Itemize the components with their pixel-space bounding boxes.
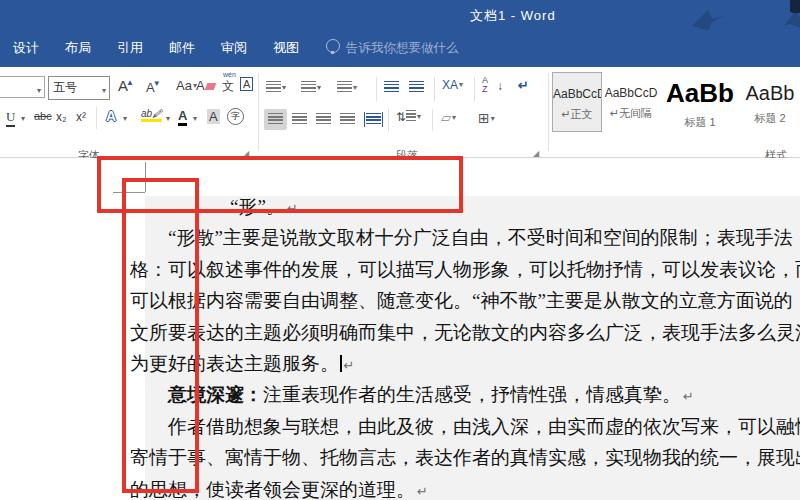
eraser-icon	[204, 83, 216, 90]
text-line-5[interactable]: 文所要表达的主题必须明确而集中，无论散文的内容多么广泛，表现手法多么灵活	[130, 317, 800, 348]
text-line-10[interactable]: 的思想，使读者领会更深的道理。↵	[130, 474, 800, 500]
multilevel-list-icon	[337, 81, 352, 92]
grow-font-button[interactable]: A▲	[118, 77, 134, 94]
divider	[96, 107, 97, 129]
tell-me-box[interactable]: 告诉我你想要做什么	[346, 40, 459, 57]
font-size-combo[interactable]: 五号 ▾	[48, 76, 110, 100]
style-card-3[interactable]: AaBb标题 1	[663, 72, 737, 132]
font-size-value: 五号	[53, 80, 77, 94]
window-corner-glyph	[790, 0, 800, 13]
text-line-2[interactable]: “形散”主要是说散文取材十分广泛自由，不受时间和空间的限制；表现手法	[130, 222, 800, 253]
divider	[474, 77, 475, 101]
chevron-down-icon: ▾	[452, 113, 456, 122]
divider	[432, 109, 433, 131]
chevron-down-icon: ▾	[491, 114, 495, 123]
change-case-button[interactable]: Aa▾	[176, 78, 197, 93]
style-name: ↵无间隔	[604, 106, 658, 121]
align-left-icon	[268, 113, 283, 124]
decrease-indent-button[interactable]	[384, 80, 399, 95]
numbering-button[interactable]: ▾	[301, 80, 321, 95]
shrink-font-button[interactable]: A▼	[146, 79, 161, 95]
bullets-button[interactable]: ▾	[266, 80, 286, 95]
clear-formatting-button[interactable]: A	[196, 78, 215, 93]
text-line-7[interactable]: 意境深邃：注重表现作者的生活感受，抒情性强，情感真挚。↵	[130, 379, 800, 410]
style-card-1[interactable]: AaBbCcD↵正文	[552, 72, 602, 132]
chevron-down-icon: ▾	[417, 112, 421, 121]
superscript-button[interactable]: x²	[76, 110, 86, 124]
tab-设计[interactable]: 设计	[13, 30, 39, 65]
text-line-6[interactable]: 为更好的表达主题服务。↵	[130, 348, 800, 379]
text-line-3[interactable]: 格：可以叙述事件的发展，可以描写人物形象，可以托物抒情，可以发表议论，而	[130, 254, 800, 285]
character-border-button[interactable]: A	[240, 77, 253, 91]
tab-邮件[interactable]: 邮件	[169, 30, 195, 65]
text-run: 格：可以叙述事件的发展，可以描写人物形象，可以托物抒情，可以发表议论，而	[130, 259, 800, 280]
paragraph-mark-icon: ↵	[683, 389, 694, 404]
tab-引用[interactable]: 引用	[117, 30, 143, 65]
align-center-icon	[292, 113, 307, 124]
chevron-down-icon: ▾	[21, 114, 25, 123]
text-run: 注重表现作者的生活感受，抒情性强，情感真挚。	[263, 384, 681, 405]
align-left-button[interactable]	[264, 109, 287, 130]
align-center-button[interactable]	[292, 112, 307, 127]
document-text[interactable]: “形”。↵“形散”主要是说散文取材十分广泛自由，不受时间和空间的限制；表现手法格…	[130, 191, 800, 500]
paragraph-mark-icon: ↵	[417, 484, 428, 499]
text-run: 寄情于事、寓情于物、托物言志，表达作者的真情实感，实现物我的统一，展现出	[130, 447, 800, 468]
text-highlight-button[interactable]: ab🖉	[141, 108, 162, 122]
underline-button[interactable]: U	[6, 109, 15, 127]
font-name-combo[interactable]: ▾	[0, 76, 45, 98]
multilevel-list-button[interactable]: ▾	[337, 80, 357, 95]
chevron-down-icon: ▾	[123, 114, 127, 123]
chevron-down-icon: ▾	[353, 83, 357, 92]
sort-button[interactable]: AZ	[482, 76, 488, 94]
text-line-9[interactable]: 寄情于事、寓情于物、托物言志，表达作者的真情实感，实现物我的统一，展现出	[130, 442, 800, 473]
bullet-list-icon	[266, 81, 281, 92]
text-effects-button[interactable]: A	[106, 108, 116, 124]
enclose-characters-button[interactable]: 字	[227, 108, 244, 125]
style-card-2[interactable]: AaBbCcD↵无间隔	[604, 72, 658, 132]
show-marks-button[interactable]: ↵	[518, 78, 529, 93]
subscript-button[interactable]: x₂	[56, 110, 67, 124]
character-shading-button[interactable]: A	[207, 109, 220, 124]
paragraph-dialog-launcher[interactable]: ◢	[533, 149, 539, 158]
group-divider	[548, 73, 549, 151]
asian-layout-button[interactable]: XA▾	[442, 78, 463, 92]
style-name: ↵正文	[553, 107, 601, 122]
line-spacing-button[interactable]: ⇅▾	[396, 110, 421, 124]
annotation-box-2	[122, 178, 199, 493]
increase-indent-icon	[409, 81, 424, 92]
paragraph-mark-icon: ↵	[344, 358, 355, 373]
word-window: { "title_bar": { "title": "文档1 - Word" }…	[0, 0, 800, 500]
justify-button[interactable]	[340, 112, 355, 127]
text-line-4[interactable]: 可以根据内容需要自由调整、随意变化。“神不散”主要是从散文的立意方面说的	[130, 285, 800, 316]
numbered-list-icon	[301, 81, 316, 92]
group-divider	[258, 73, 259, 151]
chevron-down-icon: ▾	[459, 80, 463, 89]
distribute-icon	[366, 113, 381, 124]
style-card-4[interactable]: AaBb标题 2	[741, 72, 799, 132]
font-color-button[interactable]: A	[178, 108, 187, 126]
ribbon-tabs: 设计布局引用邮件审阅视图	[0, 30, 312, 65]
text-run: 文所要表达的主题必须明确而集中，无论散文的内容多么广泛，表现手法多么灵活	[130, 322, 800, 343]
tab-视图[interactable]: 视图	[273, 30, 299, 65]
align-right-icon	[316, 113, 331, 124]
chevron-down-icon: ▾	[102, 81, 106, 101]
strikethrough-button[interactable]: abc	[34, 110, 52, 122]
increase-indent-button[interactable]	[409, 80, 424, 95]
sort-arrow-icon: ↓	[497, 79, 503, 93]
style-preview: AaBbCcD	[553, 87, 601, 101]
style-preview: AaBb	[663, 78, 737, 109]
phonetic-guide-button[interactable]: wén文	[222, 78, 234, 95]
chevron-down-icon: ▾	[317, 83, 321, 92]
tab-布局[interactable]: 布局	[65, 30, 91, 65]
style-name: 标题 1	[663, 115, 737, 130]
decrease-indent-icon	[384, 81, 399, 92]
text-caret	[340, 355, 342, 372]
lightbulb-icon	[326, 39, 340, 53]
borders-button[interactable]: ⊞▾	[478, 110, 495, 126]
text-line-8[interactable]: 作者借助想象与联想，由此及彼，由浅入深，由实而虚的依次写来，可以融情	[130, 411, 800, 442]
distribute-button[interactable]	[364, 112, 383, 127]
text-run: 作者借助想象与联想，由此及彼，由浅入深，由实而虚的依次写来，可以融情	[168, 416, 800, 437]
tab-审阅[interactable]: 审阅	[221, 30, 247, 65]
shading-button[interactable]: ▱▾	[441, 110, 456, 125]
align-right-button[interactable]	[316, 112, 331, 127]
